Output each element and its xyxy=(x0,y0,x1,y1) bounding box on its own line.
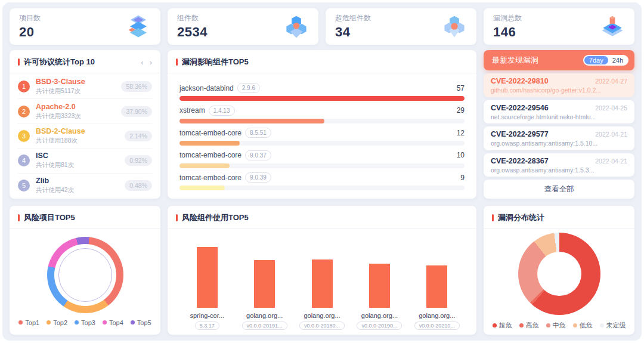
license-item[interactable]: 4ISC共计使用81次0.92% xyxy=(18,149,152,173)
legend-item[interactable]: Top1 xyxy=(18,319,39,326)
bottom-row: 风险项目TOP5 Top1Top2Top3Top4Top5 风险组件使用TOP5… xyxy=(10,206,634,335)
cve-date: 2022-04-21 xyxy=(595,131,627,138)
dashboard-page: 项目数 20 组件数 2534 xyxy=(2,2,642,341)
critical-component-icon xyxy=(442,14,467,39)
component-name: spring-cor... xyxy=(190,312,224,319)
license-usage: 共计使用3323次 xyxy=(36,112,115,120)
bar-fill xyxy=(179,119,324,123)
legend-dot xyxy=(573,323,577,327)
license-usage: 共计使用5117次 xyxy=(36,87,115,95)
toggle-24h[interactable]: 24h xyxy=(608,56,627,64)
donut-inner-line xyxy=(58,248,112,302)
legend-item[interactable]: 低危 xyxy=(573,321,593,330)
vuln-dist-donut-chart[interactable] xyxy=(518,233,600,315)
legend-item[interactable]: 中危 xyxy=(546,321,566,330)
license-item[interactable]: 1BSD-3-Clause共计使用5117次58.36% xyxy=(18,75,152,99)
vuln-components-title: 漏洞影响组件TOP5 xyxy=(182,57,468,67)
vuln-dist-title: 漏洞分布统计 xyxy=(498,212,626,223)
risk-usage-bar-column[interactable]: golang.org...v0.0.0-20180... xyxy=(293,237,351,330)
legend-dot xyxy=(600,323,604,327)
rank-badge: 2 xyxy=(18,106,30,118)
license-percent-badge: 0.92% xyxy=(125,155,152,166)
risk-usage-bar-column[interactable]: golang.org...v0.0.0-20210... xyxy=(408,237,466,330)
risk-usage-title: 风险组件使用TOP5 xyxy=(182,212,468,223)
cve-card[interactable]: CVE-2022-283672022-04-21org.owasp.antisa… xyxy=(484,153,634,177)
vuln-component-bar[interactable]: xstream1.4.1329 xyxy=(179,106,465,123)
risk-usage-bar-column[interactable]: golang.org...v0.0.0-20191... xyxy=(236,237,293,330)
license-list: 1BSD-3-Clause共计使用5117次58.36%2Apache-2.0共… xyxy=(10,73,160,199)
legend-label: Top3 xyxy=(81,319,95,326)
cve-component: github.com/hashicorp/go-getter:v1.0.2... xyxy=(491,86,627,94)
stat-label: 漏洞总数 xyxy=(493,13,522,23)
risk-usage-bar-column[interactable]: spring-cor...5.3.17 xyxy=(178,237,236,330)
cve-id: CVE-2022-29546 xyxy=(491,104,549,112)
prev-page-icon[interactable]: ‹ xyxy=(141,58,143,66)
bar-track xyxy=(179,119,465,123)
legend-label: Top1 xyxy=(25,319,39,326)
component-version-badge: v0.0.0-20191... xyxy=(242,322,287,330)
rank-badge: 1 xyxy=(18,81,30,92)
legend-item[interactable]: 未定级 xyxy=(600,321,626,330)
legend-item[interactable]: Top4 xyxy=(103,319,123,326)
license-percent-badge: 0.48% xyxy=(125,180,152,191)
legend-item[interactable]: Top2 xyxy=(47,319,67,326)
license-item[interactable]: 2Apache-2.0共计使用3323次37.90% xyxy=(18,99,152,123)
donut-hole xyxy=(537,252,581,296)
stat-label: 项目数 xyxy=(19,13,41,23)
license-percent-badge: 58.36% xyxy=(121,81,152,92)
license-percent-badge: 2.14% xyxy=(125,131,152,141)
next-page-icon[interactable]: › xyxy=(150,58,152,66)
cve-card[interactable]: CVE-2022-295462022-04-25net.sourceforge.… xyxy=(484,100,634,124)
cve-card[interactable]: CVE-2022-298102022-04-27github.com/hashi… xyxy=(484,73,634,97)
risk-usage-chart: spring-cor...5.3.17golang.org...v0.0.0-2… xyxy=(168,229,476,335)
license-item[interactable]: 3BSD-2-Clause共计使用188次2.14% xyxy=(18,124,152,149)
license-item[interactable]: 5Zlib共计使用42次0.48% xyxy=(18,174,152,197)
component-name: golang.org... xyxy=(246,312,283,319)
risk-usage-bar-column[interactable]: golang.org...v0.0.0-20190... xyxy=(351,237,408,330)
rank-badge: 5 xyxy=(18,180,30,191)
component-version-badge: 8.5.51 xyxy=(245,128,271,138)
legend-label: 未定级 xyxy=(606,321,626,330)
component-name: jackson-databind xyxy=(179,84,234,92)
bar-track xyxy=(179,163,465,168)
legend-item[interactable]: 超危 xyxy=(493,321,512,330)
license-usage: 共计使用81次 xyxy=(36,161,119,169)
cve-component: org.owasp.antisamy:antisamy:1.5.10... xyxy=(491,140,627,147)
view-all-button[interactable]: 查看全部 xyxy=(484,180,634,199)
stat-card-projects: 项目数 20 xyxy=(10,8,160,45)
stat-card-critical-components: 超危组件数 34 xyxy=(326,8,476,45)
stat-label: 超危组件数 xyxy=(335,13,371,23)
legend-dot xyxy=(493,323,497,327)
component-name: xstream xyxy=(179,106,205,115)
component-version-badge: 9.0.37 xyxy=(245,150,271,160)
legend-dot xyxy=(519,323,524,327)
legend-item[interactable]: Top5 xyxy=(131,319,151,326)
vuln-component-bar[interactable]: jackson-databind2.9.657 xyxy=(179,83,465,101)
stat-card-row: 项目数 20 组件数 2534 xyxy=(10,8,634,43)
component-version-badge: 1.4.13 xyxy=(209,106,235,116)
vuln-component-bar[interactable]: tomcat-embed-core9.0.3710 xyxy=(179,150,465,168)
cve-date: 2022-04-21 xyxy=(595,157,627,165)
stat-value: 2534 xyxy=(177,24,208,40)
component-name: golang.org... xyxy=(304,312,340,319)
risk-projects-donut-chart[interactable] xyxy=(47,237,123,313)
component-version-badge: v0.0.0-20210... xyxy=(414,322,460,330)
legend-label: Top5 xyxy=(137,319,151,326)
cve-card[interactable]: CVE-2022-295772022-04-21org.owasp.antisa… xyxy=(484,126,634,150)
rank-badge: 4 xyxy=(18,154,30,166)
component-name: tomcat-embed-core xyxy=(179,174,242,182)
toggle-7day[interactable]: 7day xyxy=(584,56,608,64)
cve-id: CVE-2022-28367 xyxy=(491,157,549,165)
legend-label: 低危 xyxy=(580,321,593,330)
legend-item[interactable]: Top3 xyxy=(75,319,95,326)
license-usage: 共计使用188次 xyxy=(36,137,119,145)
license-percent-badge: 37.90% xyxy=(121,106,152,117)
vuln-component-bar[interactable]: tomcat-embed-core9.0.399 xyxy=(179,172,465,190)
license-panel-title: 许可协议统计Top 10 xyxy=(24,57,137,67)
legend-label: Top2 xyxy=(53,319,67,326)
vuln-component-bar[interactable]: tomcat-embed-core8.5.5112 xyxy=(179,128,465,146)
vuln-box-icon xyxy=(600,14,625,39)
legend-label: 超危 xyxy=(499,321,512,330)
vuln-count: 12 xyxy=(457,129,465,137)
legend-item[interactable]: 高危 xyxy=(519,321,539,330)
